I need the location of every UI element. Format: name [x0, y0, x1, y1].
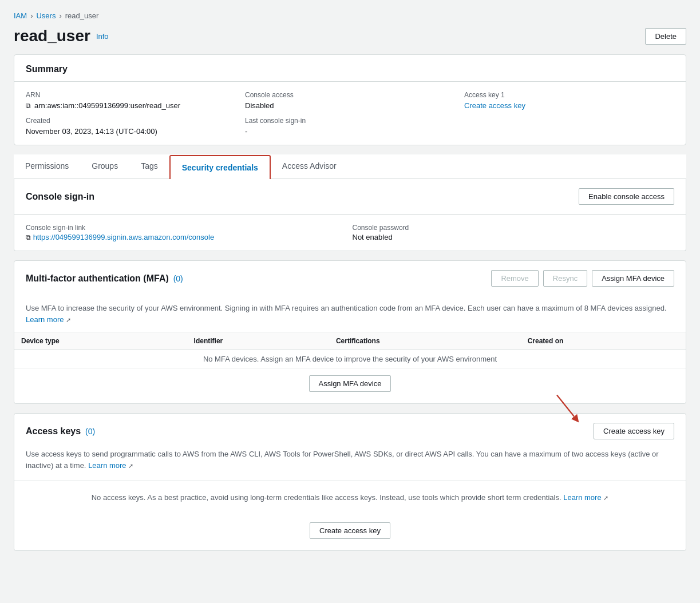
console-signin-title: Console sign-in [26, 192, 94, 202]
tab-security-credentials[interactable]: Security credentials [169, 155, 271, 179]
access-keys-empty-message: No access keys. As a best practice, avoi… [14, 480, 686, 515]
mfa-assign-action: Assign MFA device [14, 368, 686, 403]
console-signin-header: Console sign-in Enable console access [14, 179, 686, 215]
summary-accesskey-col: Access key 1 Create access key [464, 91, 674, 136]
console-password-value: Not enabled [353, 233, 675, 241]
mfa-empty-row: No MFA devices. Assign an MFA device to … [14, 350, 686, 368]
mfa-resync-button[interactable]: Resync [543, 270, 587, 287]
mfa-assign-action-button[interactable]: Assign MFA device [309, 375, 391, 392]
console-link-col: Console sign-in link ⧉ https://049599136… [26, 224, 348, 241]
console-access-value: Disabled [245, 101, 455, 110]
mfa-col-created-on: Created on [521, 332, 686, 350]
access-key-link-row: Create access key [464, 101, 674, 110]
page-title-row: read_user Info [14, 27, 109, 45]
tab-groups[interactable]: Groups [80, 154, 129, 178]
copy-icon: ⧉ [26, 102, 31, 110]
last-signin-label: Last console sign-in [245, 117, 455, 125]
arn-label: ARN [26, 91, 236, 99]
access-keys-count: (0) [85, 427, 95, 436]
console-signin-body: Console sign-in link ⧉ https://049599136… [14, 215, 686, 251]
access-key-label: Access key 1 [464, 91, 674, 99]
tab-tags[interactable]: Tags [129, 154, 169, 178]
arn-value: ⧉ arn:aws:iam::049599136999:user/read_us… [26, 101, 236, 110]
tabs-bar: Permissions Groups Tags Security credent… [14, 154, 686, 179]
mfa-section: Multi-factor authentication (MFA) (0) Re… [14, 260, 686, 404]
tab-access-advisor[interactable]: Access Advisor [271, 154, 348, 178]
mfa-title: Multi-factor authentication (MFA) [26, 273, 169, 283]
create-access-key-bottom-button[interactable]: Create access key [310, 522, 390, 539]
access-keys-section: Access keys (0) Create access key Use ac… [14, 413, 686, 551]
mfa-assign-button[interactable]: Assign MFA device [592, 270, 674, 287]
console-password-col: Console password Not enabled [353, 224, 675, 241]
console-access-label: Console access [245, 91, 455, 99]
breadcrumb: IAM › Users › read_user [14, 11, 686, 20]
summary-card: Summary ARN ⧉ arn:aws:iam::049599136999:… [14, 54, 686, 145]
mfa-count: (0) [173, 274, 183, 283]
access-keys-learn-more-link[interactable]: Learn more [88, 461, 126, 470]
summary-console-col: Console access Disabled Last console sig… [245, 91, 455, 136]
mfa-description: Use MFA to increase the security of your… [14, 296, 686, 332]
console-link-value: ⧉ https://049599136999.signin.aws.amazon… [26, 233, 348, 241]
mfa-button-group: Remove Resync Assign MFA device [491, 270, 674, 287]
console-signin-info: Console sign-in link ⧉ https://049599136… [26, 224, 674, 241]
created-value: November 03, 2023, 14:13 (UTC-04:00) [26, 127, 236, 136]
console-signin-section: Console sign-in Enable console access Co… [14, 179, 686, 251]
mfa-title-block: Multi-factor authentication (MFA) (0) [26, 273, 183, 284]
page-title: read_user [14, 27, 90, 45]
delete-button[interactable]: Delete [645, 28, 686, 45]
mfa-col-identifier: Identifier [187, 332, 329, 350]
enable-console-access-button[interactable]: Enable console access [579, 188, 674, 205]
mfa-col-device-type: Device type [14, 332, 187, 350]
console-password-label: Console password [353, 224, 675, 232]
breadcrumb-current: read_user [65, 11, 99, 20]
mfa-empty-message: No MFA devices. Assign an MFA device to … [14, 350, 686, 368]
info-link[interactable]: Info [96, 32, 109, 41]
last-signin-value: - [245, 127, 455, 136]
access-keys-create-action: Create access key [14, 515, 686, 550]
breadcrumb-iam[interactable]: IAM [14, 11, 27, 20]
mfa-learn-more-link[interactable]: Learn more [26, 315, 64, 324]
mfa-header: Multi-factor authentication (MFA) (0) Re… [14, 261, 686, 296]
mfa-remove-button[interactable]: Remove [491, 270, 538, 287]
page-header: read_user Info Delete [14, 27, 686, 45]
mfa-col-certifications: Certifications [329, 332, 521, 350]
summary-arn-col: ARN ⧉ arn:aws:iam::049599136999:user/rea… [26, 91, 236, 136]
console-link-url[interactable]: https://049599136999.signin.aws.amazon.c… [33, 233, 215, 241]
summary-grid: ARN ⧉ arn:aws:iam::049599136999:user/rea… [14, 82, 686, 145]
mfa-table: Device type Identifier Certifications Cr… [14, 332, 686, 368]
summary-create-access-key-link[interactable]: Create access key [464, 101, 525, 110]
summary-title: Summary [14, 55, 686, 82]
console-link-label: Console sign-in link [26, 224, 348, 232]
create-access-key-top-button[interactable]: Create access key [594, 423, 674, 439]
link-copy-icon: ⧉ [26, 233, 31, 241]
breadcrumb-users[interactable]: Users [36, 11, 56, 20]
access-keys-title-block: Access keys (0) [26, 426, 95, 437]
access-keys-learn-more-inline-link[interactable]: Learn more [563, 493, 601, 502]
tab-permissions[interactable]: Permissions [14, 154, 80, 178]
access-keys-title: Access keys [26, 426, 81, 436]
access-keys-description: Use access keys to send programmatic cal… [14, 449, 686, 480]
access-keys-header: Access keys (0) Create access key [14, 414, 686, 449]
created-label: Created [26, 117, 236, 125]
